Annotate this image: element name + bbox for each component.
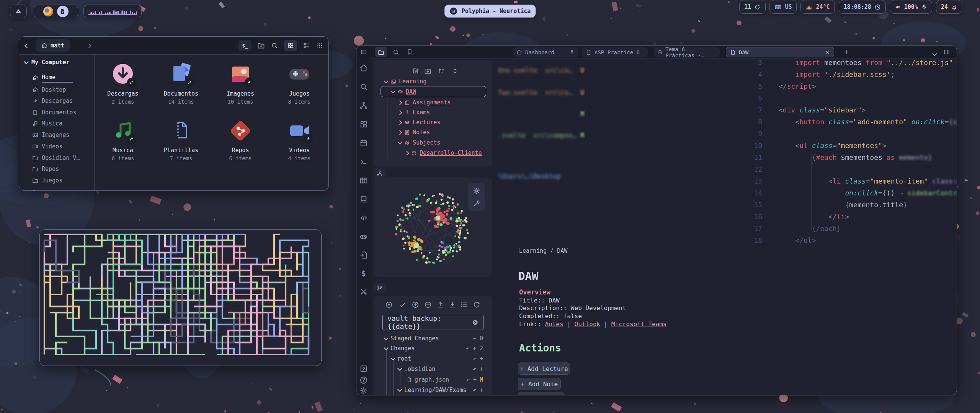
link-microsoft-teams[interactable]: Microsoft Teams <box>611 320 667 328</box>
git-commit-push-icon[interactable] <box>385 301 393 309</box>
tree-item-subjects[interactable]: Subjects <box>398 138 440 147</box>
folder-juegos[interactable]: Juegos8 items <box>271 62 328 105</box>
commit-message-input[interactable]: vault backup: {{date}} <box>382 315 483 330</box>
keyboard-layout-widget[interactable]: US <box>769 0 797 14</box>
list-view-button[interactable] <box>303 42 310 49</box>
ribbon-calendar-icon[interactable] <box>359 139 368 147</box>
help-icon[interactable] <box>359 376 368 384</box>
ribbon-swords-icon[interactable] <box>359 288 368 296</box>
firefox-icon[interactable] <box>43 7 53 16</box>
git-pull-icon[interactable] <box>449 301 456 309</box>
breadcrumb[interactable]: matt <box>36 39 70 52</box>
media-widget[interactable]: Polyphia - Neurotica <box>444 5 536 18</box>
graph-view-button[interactable] <box>374 168 386 178</box>
ribbon-file-import-icon[interactable] <box>359 251 368 259</box>
sidebar-item-repos[interactable]: Repos <box>32 164 59 174</box>
ribbon-gamepad-icon[interactable] <box>359 233 368 241</box>
search-tab-icon[interactable] <box>392 49 399 55</box>
fm-sidebar-header[interactable]: My Computer <box>24 59 69 66</box>
link-outlook[interactable]: Outlook <box>575 320 600 328</box>
ribbon-terminal-icon[interactable] <box>359 158 368 166</box>
ribbon-home-icon[interactable] <box>359 64 368 72</box>
weather-widget[interactable]: 24°C <box>800 0 835 14</box>
git-unstage-all-icon[interactable] <box>424 301 432 309</box>
partial-button[interactable] <box>518 392 565 395</box>
link-aules[interactable]: Aules <box>545 320 563 328</box>
git-push-icon[interactable] <box>436 301 444 309</box>
folder-videos[interactable]: Videos4 items <box>271 119 328 161</box>
updates-widget[interactable]: 11 <box>739 0 766 14</box>
tree-item-lectures[interactable]: Lectures <box>398 118 440 127</box>
toggle-left-sidebar-icon[interactable] <box>360 49 367 55</box>
ribbon-code-icon[interactable] <box>359 214 368 222</box>
clear-input-icon[interactable] <box>472 319 479 326</box>
note-breadcrumb[interactable]: Learning / DAW <box>519 247 567 254</box>
clock-widget[interactable]: 18:08:28 <box>839 0 886 14</box>
folder-musica[interactable]: Musica6 items <box>94 119 152 161</box>
compact-view-button[interactable] <box>316 42 323 49</box>
back-button[interactable] <box>25 42 29 49</box>
ribbon-search-icon[interactable] <box>359 83 368 91</box>
add-note-button[interactable]: + Add Note <box>518 378 561 390</box>
sidebar-item-partial[interactable] <box>32 187 38 191</box>
git-row-controls[interactable]: ↶ + 2 <box>466 345 483 352</box>
graph-wand-icon[interactable] <box>473 200 480 207</box>
folder-plantillas[interactable]: Plantillas7 items <box>152 119 210 161</box>
ribbon-graph-icon[interactable] <box>359 101 368 110</box>
ribbon-canvas-icon[interactable] <box>359 120 368 128</box>
graph-view-panel[interactable] <box>374 177 492 277</box>
new-folder-button[interactable] <box>257 42 265 49</box>
launcher-button[interactable] <box>10 5 27 18</box>
volume-widget[interactable]: 100% <box>890 0 932 14</box>
sidebar-item-desktop[interactable]: Desktop <box>32 85 66 94</box>
grid-view-button[interactable] <box>284 40 297 51</box>
git-row-root[interactable]: root ↶ + <box>391 354 492 363</box>
git-row-controls[interactable]: ↶ + <box>466 376 477 383</box>
tree-item-assignments[interactable]: Assignments <box>398 98 451 107</box>
git-changes-list-icon[interactable] <box>461 301 468 309</box>
sidebar-item-obsidian-vault[interactable]: Obsidian V… <box>32 153 80 163</box>
tree-item-daw[interactable]: DAW <box>391 87 416 96</box>
active-app-document-icon[interactable] <box>57 6 69 17</box>
git-row-controls[interactable]: — 0 <box>473 335 483 342</box>
git-stage-all-icon[interactable] <box>412 301 419 309</box>
new-folder-icon[interactable] <box>424 67 431 75</box>
vault-switcher-icon[interactable] <box>359 364 368 373</box>
search-button[interactable] <box>271 42 278 49</box>
git-commit-icon[interactable] <box>399 301 407 309</box>
git-row-controls[interactable]: ↶ + <box>473 387 483 393</box>
folder-tab-button[interactable] <box>375 47 387 57</box>
git-refresh-icon[interactable] <box>473 301 480 309</box>
collapse-all-icon[interactable] <box>451 67 459 75</box>
forward-button[interactable] <box>87 42 91 49</box>
tree-item-notes[interactable]: Notes <box>398 128 430 137</box>
folder-imagenes[interactable]: Imagenes10 items <box>212 62 269 105</box>
notifications-widget[interactable]: 24 <box>936 0 962 14</box>
sidebar-item-juegos[interactable]: Juegos <box>32 176 62 185</box>
tree-item-desarrollo-cliente[interactable]: Desarrollo-Cliente <box>405 148 482 158</box>
ribbon-table-icon[interactable] <box>359 176 368 185</box>
settings-icon[interactable] <box>359 387 368 395</box>
sidebar-item-videos[interactable]: Videos <box>32 142 62 151</box>
git-row-changes[interactable]: Changes ↶ + 2 <box>384 344 492 353</box>
git-row-controls[interactable]: ↶ + <box>473 366 483 372</box>
graph-settings-icon[interactable] <box>473 187 480 195</box>
bookmark-tab-icon[interactable] <box>406 49 413 55</box>
git-row-graph-json[interactable]: graph.json ↶ +M <box>407 375 492 384</box>
tree-item-exams[interactable]: ! Exams <box>398 108 430 117</box>
ribbon-dollar-icon[interactable]: $ <box>359 269 368 278</box>
sidebar-item-home[interactable]: Home <box>32 73 73 83</box>
open-terminal-button[interactable]: $_ <box>238 40 252 51</box>
folder-descargas[interactable]: Descargas2 items <box>94 62 152 105</box>
sidebar-item-documentos[interactable]: Documentos <box>32 108 76 117</box>
folder-documentos[interactable]: Documentos14 items <box>152 62 210 105</box>
git-panel-button[interactable] <box>374 283 386 293</box>
folder-repos[interactable]: Repos6 items <box>212 119 269 161</box>
sort-icon[interactable] <box>438 67 445 75</box>
new-note-icon[interactable] <box>412 67 419 75</box>
sidebar-item-musica[interactable]: Musica <box>32 119 62 128</box>
ribbon-book-icon[interactable] <box>359 195 368 203</box>
git-row-obsidian[interactable]: .obsidian ↶ + <box>398 364 492 374</box>
git-row-controls[interactable]: ↶ + <box>473 355 483 362</box>
git-row-staged[interactable]: Staged Changes — 0 <box>384 334 492 343</box>
